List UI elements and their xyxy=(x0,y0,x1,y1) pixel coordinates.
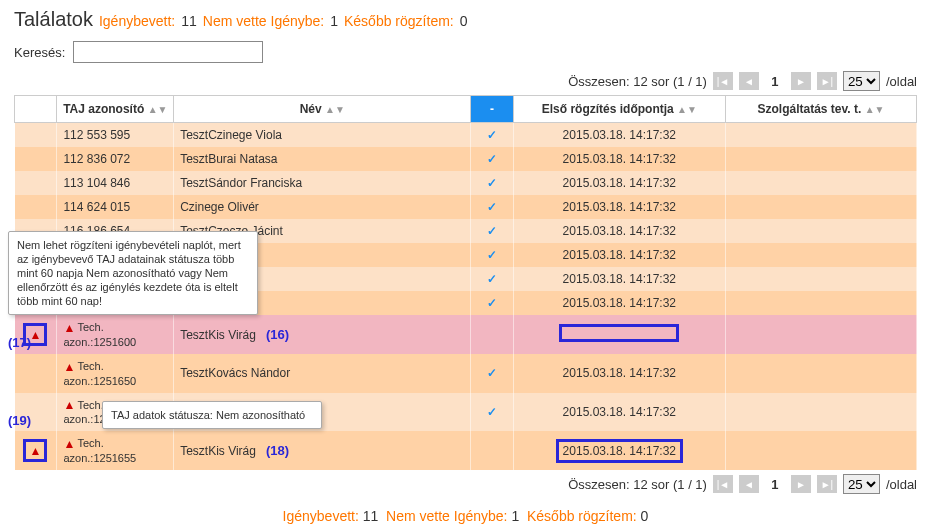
check-icon[interactable]: ✓ xyxy=(471,393,513,432)
annotation-17: (17) xyxy=(8,335,31,350)
tooltip-taj-error: Nem lehet rögzíteni igénybevételi naplót… xyxy=(8,231,258,315)
annotation-18: (18) xyxy=(266,443,289,458)
search-input[interactable] xyxy=(73,41,263,63)
check-icon[interactable] xyxy=(471,431,513,470)
prev-page-button[interactable]: ◄ xyxy=(739,72,759,90)
annotation-19: (19) xyxy=(8,413,31,428)
col-date-header[interactable]: Első rögzítés időpontja ▲▼ xyxy=(513,96,725,123)
footer-stats: Igénybevett: 11 Nem vette Igénybe: 1 Kés… xyxy=(14,508,917,524)
pagination-summary: Összesen: 12 sor (1 / 1) xyxy=(568,477,707,492)
col-check-header[interactable]: - xyxy=(471,96,513,123)
per-page-label: /oldal xyxy=(886,477,917,492)
stat-used-value: 11 xyxy=(181,13,197,29)
stat-later-value: 0 xyxy=(460,13,468,29)
last-page-button[interactable]: ►| xyxy=(817,72,837,90)
tooltip-status: TAJ adatok státusza: Nem azonosítható xyxy=(102,401,322,429)
search-label: Keresés: xyxy=(14,45,65,60)
warning-icon: ▲ xyxy=(63,398,77,412)
first-page-button[interactable]: |◄ xyxy=(713,475,733,493)
next-page-button[interactable]: ► xyxy=(791,475,811,493)
pagination-summary: Összesen: 12 sor (1 / 1) xyxy=(568,74,707,89)
annotation-16: (16) xyxy=(266,327,289,342)
check-icon[interactable]: ✓ xyxy=(471,171,513,195)
table-row[interactable]: 112 553 595TesztCzinege Viola✓2015.03.18… xyxy=(15,123,917,148)
pagination-top: Összesen: 12 sor (1 / 1) |◄ ◄ 1 ► ►| 25 … xyxy=(14,71,917,91)
current-page: 1 xyxy=(765,74,785,89)
col-name-header[interactable]: Név ▲▼ xyxy=(174,96,471,123)
empty-date-highlight xyxy=(559,324,679,342)
table-row[interactable]: ▲ ▲Tech.azon.:1251655 TesztKis Virág (18… xyxy=(15,431,917,470)
page-size-select[interactable]: 25 xyxy=(843,474,880,494)
check-icon[interactable]: ✓ xyxy=(471,219,513,243)
check-icon[interactable]: ✓ xyxy=(471,147,513,171)
check-icon[interactable]: ✓ xyxy=(471,243,513,267)
warning-icon: ▲ xyxy=(63,360,77,374)
table-row-error[interactable]: ▲ ▲Tech.azon.:1251600 TesztKis Virág (16… xyxy=(15,315,917,354)
warning-icon: ▲ xyxy=(63,321,77,335)
page-size-select[interactable]: 25 xyxy=(843,71,880,91)
stat-later-label: Később rögzítem: xyxy=(344,13,454,29)
col-service-header[interactable]: Szolgáltatás tev. t. ▲▼ xyxy=(725,96,916,123)
warning-icon: ▲ xyxy=(63,437,77,451)
stat-notused-value: 1 xyxy=(330,13,338,29)
date-highlight: 2015.03.18. 14:17:32 xyxy=(556,439,683,463)
sort-icon: ▲▼ xyxy=(677,107,697,113)
col-icon-header[interactable] xyxy=(15,96,57,123)
check-icon[interactable] xyxy=(471,315,513,354)
pagination-bottom: Összesen: 12 sor (1 / 1) |◄ ◄ 1 ► ►| 25 … xyxy=(14,474,917,494)
first-page-button[interactable]: |◄ xyxy=(713,72,733,90)
sort-icon: ▲▼ xyxy=(148,107,168,113)
stat-notused-label: Nem vette Igénybe: xyxy=(203,13,324,29)
check-icon[interactable]: ✓ xyxy=(471,195,513,219)
check-icon[interactable]: ✓ xyxy=(471,354,513,393)
warning-icon: ▲ xyxy=(28,444,42,458)
search-row: Keresés: xyxy=(14,41,917,63)
header: Találatok Igénybevett: 11 Nem vette Igén… xyxy=(14,8,917,31)
check-icon[interactable]: ✓ xyxy=(471,291,513,315)
table-header-row: TAJ azonosító ▲▼ Név ▲▼ - Első rögzítés … xyxy=(15,96,917,123)
sort-icon: ▲▼ xyxy=(325,107,345,113)
table-row[interactable]: 113 104 846TesztSándor Franciska✓2015.03… xyxy=(15,171,917,195)
next-page-button[interactable]: ► xyxy=(791,72,811,90)
check-icon[interactable]: ✓ xyxy=(471,267,513,291)
page-title: Találatok xyxy=(14,8,93,31)
table-row[interactable]: ▲Tech.azon.:1251650 TesztKovács Nándor ✓… xyxy=(15,354,917,393)
col-taj-header[interactable]: TAJ azonosító ▲▼ xyxy=(57,96,174,123)
prev-page-button[interactable]: ◄ xyxy=(739,475,759,493)
stat-used-label: Igénybevett: xyxy=(99,13,175,29)
table-row[interactable]: 114 624 015Czinege Olivér✓2015.03.18. 14… xyxy=(15,195,917,219)
check-icon[interactable]: ✓ xyxy=(471,123,513,148)
last-page-button[interactable]: ►| xyxy=(817,475,837,493)
current-page: 1 xyxy=(765,477,785,492)
sort-icon: ▲▼ xyxy=(865,107,885,113)
per-page-label: /oldal xyxy=(886,74,917,89)
table-row[interactable]: 112 836 072TesztBurai Natasa✓2015.03.18.… xyxy=(15,147,917,171)
